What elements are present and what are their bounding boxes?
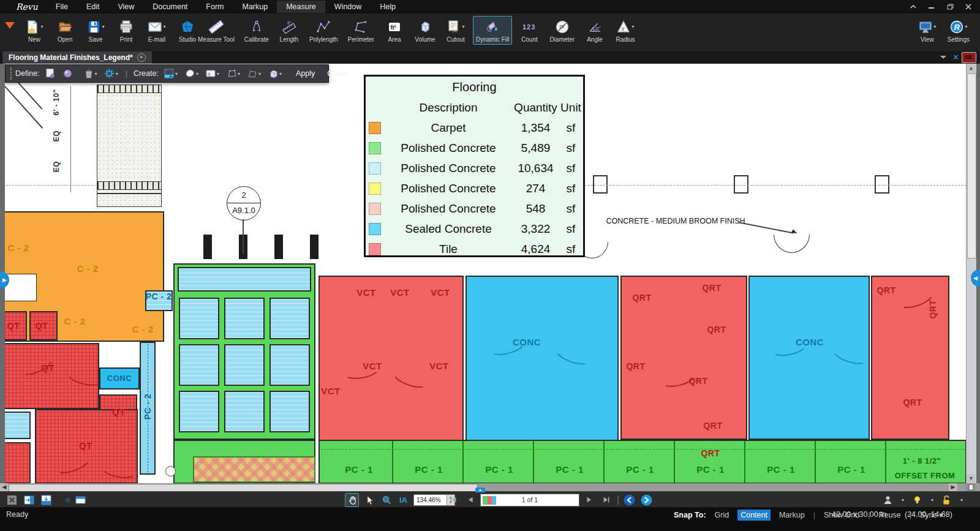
page-indicator[interactable]: 1 of 1	[480, 494, 579, 507]
menu-window[interactable]: Window	[325, 1, 371, 13]
menu-document[interactable]: Document	[143, 1, 197, 13]
view-button[interactable]: ▾View	[914, 16, 941, 45]
trash-icon[interactable]: ▾	[82, 67, 99, 80]
snap-toggle-content[interactable]: Content	[737, 510, 771, 521]
revu-flag-dropdown[interactable]	[4, 21, 17, 31]
calibrate-button[interactable]: Calibrate	[241, 16, 272, 45]
measure-tool-button[interactable]: Measure Tool	[195, 16, 238, 45]
single-view-icon[interactable]	[74, 493, 88, 507]
legend-swatch	[369, 142, 381, 154]
split-horizontal-icon[interactable]	[39, 493, 53, 507]
collapse-ribbon-icon[interactable]	[905, 1, 921, 12]
profile-avatar-icon[interactable]	[881, 493, 895, 507]
toolbar-drag-handle[interactable]	[10, 67, 12, 80]
lock-icon[interactable]	[940, 493, 954, 507]
dropdown-caret-icon[interactable]: ▾	[462, 24, 464, 29]
volume-button[interactable]: Volume	[412, 16, 439, 45]
cutout-button[interactable]: ✂▾Cutout	[442, 16, 469, 45]
select-text-button[interactable]: IA	[396, 493, 410, 507]
tab-list-dropdown-icon[interactable]	[940, 55, 946, 59]
split-vertical-icon[interactable]	[22, 493, 36, 507]
create-measure-icon[interactable]: ft▾	[204, 67, 221, 80]
toolbar-button-label: Perimeter	[348, 36, 374, 43]
menu-measure[interactable]: Measure	[277, 1, 325, 13]
create-cube-icon[interactable]: ▾	[266, 67, 283, 80]
dropdown-caret-icon[interactable]: ▾	[102, 24, 104, 29]
menu-form[interactable]: Form	[197, 1, 233, 13]
snap-toggle-grid[interactable]: Grid	[712, 510, 733, 521]
plan-region-gr	[318, 440, 967, 483]
close-window-icon[interactable]	[960, 1, 976, 12]
e-mail-button[interactable]: ▾E-mail	[143, 16, 170, 45]
flooring-legend-table[interactable]: Flooring Description Quantity Unit Carpe…	[364, 75, 585, 257]
apply-button[interactable]: Apply	[292, 68, 319, 79]
tip-dropdown-icon[interactable]: ▾	[931, 497, 933, 503]
scroll-left-icon[interactable]: ◀	[0, 483, 9, 491]
minimize-icon[interactable]	[924, 1, 940, 12]
new-button[interactable]: ▾New	[21, 16, 48, 45]
tip-lightbulb-icon[interactable]	[910, 493, 924, 507]
window-controls	[905, 1, 980, 12]
menu-view[interactable]: View	[108, 1, 143, 13]
add-boundary-icon[interactable]	[43, 67, 58, 80]
scroll-right-icon[interactable]: ▶	[949, 483, 957, 491]
expand-view-icon[interactable]	[56, 493, 70, 507]
dropdown-caret-icon[interactable]: ▾	[965, 24, 967, 29]
restore-icon[interactable]	[942, 1, 958, 12]
save-button[interactable]: ▾Save	[82, 16, 109, 45]
create-markup-icon[interactable]: ▾	[183, 67, 200, 80]
create-space-icon[interactable]: ▾	[162, 67, 179, 80]
length-button[interactable]: 8"Length	[276, 16, 303, 45]
snap-toggle-markup[interactable]: Markup	[776, 510, 808, 521]
select-tool-button[interactable]	[362, 493, 376, 507]
create-polygon-icon[interactable]: ▾	[225, 67, 241, 80]
last-page-icon[interactable]	[600, 493, 614, 507]
profile-dropdown-icon[interactable]: ▾	[902, 497, 904, 503]
menu-markup[interactable]: Markup	[233, 1, 277, 13]
dynamic-fill-button[interactable]: Dynamic Fill	[473, 16, 512, 45]
open-button[interactable]: Open	[51, 16, 78, 45]
menu-help[interactable]: Help	[371, 1, 405, 13]
panel-access-icon[interactable]	[962, 52, 976, 63]
polylength-button[interactable]: Polylength	[306, 16, 341, 45]
settings-button[interactable]: R▾Settings	[944, 16, 973, 45]
dropdown-caret-icon[interactable]: ▾	[40, 24, 43, 29]
close-split-icon[interactable]	[5, 493, 19, 507]
next-view-button[interactable]	[639, 493, 654, 507]
count-button[interactable]: 123Count	[516, 16, 543, 45]
previous-view-button[interactable]	[622, 493, 636, 507]
close-document-icon[interactable]: ✕	[952, 53, 959, 62]
dropdown-caret-icon[interactable]: ▾	[933, 24, 936, 29]
dropdown-caret-icon[interactable]: ▾	[163, 24, 165, 29]
perimeter-button[interactable]: Perimeter	[345, 16, 377, 45]
gear-icon[interactable]: ▾	[102, 67, 119, 80]
scroll-down-icon[interactable]: ▼	[967, 474, 976, 483]
print-button[interactable]: Print	[113, 16, 140, 45]
door-swing-arc	[774, 235, 792, 253]
horizontal-scrollbar[interactable]: ◀ ▶	[0, 483, 980, 491]
lock-dropdown-icon[interactable]: ▾	[960, 497, 963, 503]
menu-edit[interactable]: Edit	[77, 1, 109, 13]
area-button[interactable]: ft²Area	[381, 16, 408, 45]
radius-button[interactable]: 3'▾Radius	[612, 16, 639, 45]
fill-ball-icon[interactable]	[61, 67, 75, 80]
plan-region-cy	[466, 276, 619, 441]
document-canvas[interactable]: 2 A9.1.0 CONCRETE - MEDIUM BROOM FINISH …	[0, 64, 980, 483]
close-button[interactable]: Close	[323, 68, 351, 79]
tab-close-icon[interactable]: ✕	[137, 53, 146, 62]
document-tab[interactable]: Flooring Material Finishes_Legend* ✕	[2, 51, 152, 64]
create-polyline-icon[interactable]: ▾	[246, 67, 262, 80]
vertical-scroll-thumb[interactable]	[967, 73, 976, 258]
menu-file[interactable]: File	[47, 1, 77, 13]
fit-page-icon[interactable]	[966, 483, 976, 491]
dropdown-caret-icon[interactable]: ▾	[631, 24, 634, 29]
status-separator: |	[813, 511, 815, 519]
previous-page-icon[interactable]	[463, 493, 477, 507]
angle-button[interactable]: 32°Angle	[581, 16, 608, 45]
next-page-icon[interactable]	[582, 493, 597, 507]
diameter-button[interactable]: 20Diameter	[546, 16, 578, 45]
pan-tool-button[interactable]	[345, 493, 359, 507]
first-page-icon[interactable]	[446, 493, 460, 507]
scroll-up-icon[interactable]: ▲	[967, 64, 976, 73]
zoom-tool-button[interactable]	[379, 493, 393, 507]
